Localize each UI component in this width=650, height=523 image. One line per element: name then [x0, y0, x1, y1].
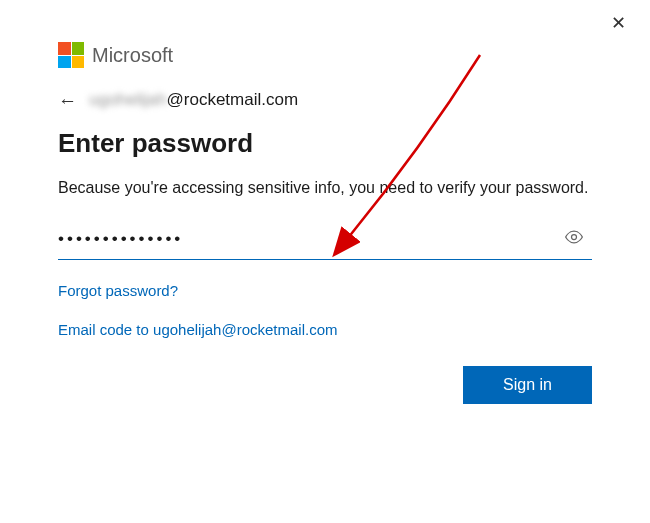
page-title: Enter password — [58, 128, 592, 159]
password-input[interactable] — [58, 223, 592, 260]
brand-name: Microsoft — [92, 44, 173, 67]
email-redacted-prefix: ugohelijah — [89, 90, 167, 110]
signin-panel: Microsoft ← ugohelijah@rocketmail.com En… — [0, 0, 650, 436]
back-arrow-icon[interactable]: ← — [58, 91, 77, 110]
button-row: Sign in — [58, 366, 592, 404]
account-row: ← ugohelijah@rocketmail.com — [58, 90, 592, 110]
forgot-password-link[interactable]: Forgot password? — [58, 282, 592, 299]
email-domain: @rocketmail.com — [167, 90, 299, 109]
password-field-wrap — [58, 223, 592, 260]
description-text: Because you're accessing sensitive info,… — [58, 177, 592, 199]
account-email: ugohelijah@rocketmail.com — [89, 90, 298, 110]
svg-point-0 — [572, 234, 577, 239]
signin-button[interactable]: Sign in — [463, 366, 592, 404]
reveal-password-icon[interactable] — [564, 227, 584, 251]
close-button[interactable]: ✕ — [611, 12, 626, 34]
brand-row: Microsoft — [58, 42, 592, 68]
microsoft-logo-icon — [58, 42, 84, 68]
email-code-link[interactable]: Email code to ugohelijah@rocketmail.com — [58, 321, 592, 338]
